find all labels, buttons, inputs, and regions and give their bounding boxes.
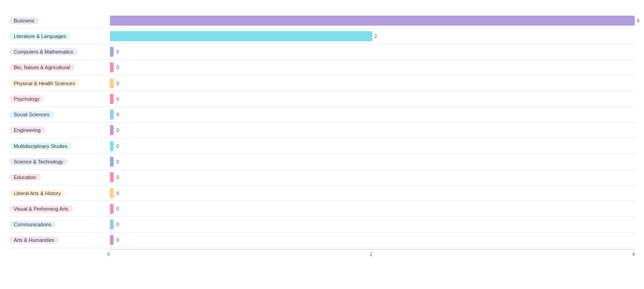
bar-value-label: 0 <box>116 206 119 212</box>
bar-fill <box>110 109 114 120</box>
bar-value-label: 0 <box>116 191 119 196</box>
x-axis: 024 <box>110 249 635 251</box>
bar-track: 2 <box>110 29 635 43</box>
bar-row: Science & Technology0 <box>9 154 635 169</box>
bar-row: Multidisciplinary Studies0 <box>9 138 635 154</box>
label-pill: Visual & Performing Arts <box>9 205 73 213</box>
bar-row: Visual & Performing Arts0 <box>9 201 635 217</box>
bar-value-label: 0 <box>116 174 119 180</box>
bar-fill <box>110 204 114 214</box>
bar-fill <box>110 172 114 182</box>
bar-row: Social Sciences0 <box>9 107 635 123</box>
bar-row: Physical & Health Sciences0 <box>9 76 635 91</box>
bar-row: Bio, Nature & Agricultural0 <box>9 60 635 76</box>
bar-label: Social Sciences <box>9 111 110 118</box>
label-pill: Multidisciplinary Studies <box>9 142 72 150</box>
bar-fill <box>110 31 372 41</box>
bar-value-label: 2 <box>374 33 377 39</box>
bar-value-label: 0 <box>116 49 119 55</box>
label-pill: Psychology <box>9 95 44 103</box>
chart-rows-area: Business4Literature & Languages2Computer… <box>9 13 635 248</box>
bar-track: 0 <box>110 202 635 215</box>
bar-track: 0 <box>110 124 635 137</box>
bar-label: Arts & Humanities <box>9 236 110 244</box>
bar-value-label: 0 <box>116 159 119 164</box>
bar-row: Engineering0 <box>9 123 635 138</box>
bar-row: Literature & Languages2 <box>9 28 635 44</box>
bar-row: Communications0 <box>9 217 635 232</box>
bar-fill <box>110 94 114 104</box>
bar-label: Science & Technology <box>9 158 110 165</box>
x-tick: 4 <box>632 251 635 257</box>
label-pill: Engineering <box>9 126 45 134</box>
bar-row: Computers & Mathematics0 <box>9 44 635 60</box>
label-pill: Social Sciences <box>9 111 54 118</box>
bar-label: Literature & Languages <box>9 33 110 40</box>
bar-value-label: 0 <box>116 81 119 86</box>
bar-value-label: 0 <box>116 112 119 117</box>
bar-track: 0 <box>110 218 635 231</box>
x-tick: 2 <box>370 251 372 257</box>
bar-value-label: 4 <box>637 18 639 23</box>
label-pill: Education <box>9 174 41 181</box>
label-pill: Arts & Humanities <box>9 236 59 244</box>
label-pill: Bio, Nature & Agricultural <box>9 64 75 71</box>
bar-label: Communications <box>9 221 110 228</box>
bar-value-label: 0 <box>116 222 119 227</box>
bar-fill <box>110 157 114 167</box>
bar-value-label: 0 <box>116 237 119 243</box>
bar-value-label: 0 <box>116 65 119 70</box>
label-pill: Physical & Health Sciences <box>9 80 80 87</box>
label-pill: Literature & Languages <box>9 33 71 40</box>
bar-label: Engineering <box>9 126 110 134</box>
label-pill: Communications <box>9 221 56 228</box>
bar-fill <box>110 219 114 229</box>
bar-value-label: 0 <box>116 96 119 102</box>
bar-track: 0 <box>110 108 635 121</box>
bar-track: 0 <box>110 76 635 90</box>
bar-fill <box>110 62 114 72</box>
chart-area: Business4Literature & Languages2Computer… <box>9 13 635 251</box>
bar-row: Arts & Humanities0 <box>9 233 635 248</box>
bar-row: Liberal Arts & History0 <box>9 185 635 201</box>
bar-label: Visual & Performing Arts <box>9 205 110 213</box>
bar-row: Education0 <box>9 170 635 185</box>
bar-track: 0 <box>110 186 635 200</box>
bar-row: Psychology0 <box>9 91 635 107</box>
bar-fill <box>110 47 114 57</box>
bar-label: Psychology <box>9 95 110 103</box>
bar-track: 0 <box>110 45 635 59</box>
bar-fill <box>110 16 635 26</box>
bar-value-label: 0 <box>116 143 119 149</box>
bar-fill <box>110 78 114 88</box>
bar-label: Bio, Nature & Agricultural <box>9 64 110 71</box>
label-pill: Liberal Arts & History <box>9 190 65 197</box>
bar-label: Liberal Arts & History <box>9 190 110 197</box>
bar-track: 0 <box>110 139 635 153</box>
bar-label: Multidisciplinary Studies <box>9 142 110 150</box>
bar-track: 0 <box>110 61 635 74</box>
bar-fill <box>110 141 114 151</box>
bar-track: 0 <box>110 92 635 105</box>
bar-track: 0 <box>110 234 635 247</box>
label-pill: Business <box>9 17 39 24</box>
bar-row: Business4 <box>9 13 635 28</box>
chart-container: Business4Literature & Languages2Computer… <box>0 0 644 289</box>
bar-track: 4 <box>110 14 635 27</box>
label-pill: Computers & Mathematics <box>9 48 78 55</box>
x-tick: 0 <box>107 251 110 257</box>
bar-label: Physical & Health Sciences <box>9 80 110 87</box>
bar-fill <box>110 125 114 135</box>
label-pill: Science & Technology <box>9 158 68 165</box>
bar-label: Business <box>9 17 110 24</box>
bar-fill <box>110 235 114 245</box>
bar-track: 0 <box>110 171 635 184</box>
bar-label: Computers & Mathematics <box>9 48 110 55</box>
bar-label: Education <box>9 174 110 181</box>
bar-track: 0 <box>110 155 635 168</box>
bar-fill <box>110 188 114 198</box>
bar-value-label: 0 <box>116 127 119 133</box>
